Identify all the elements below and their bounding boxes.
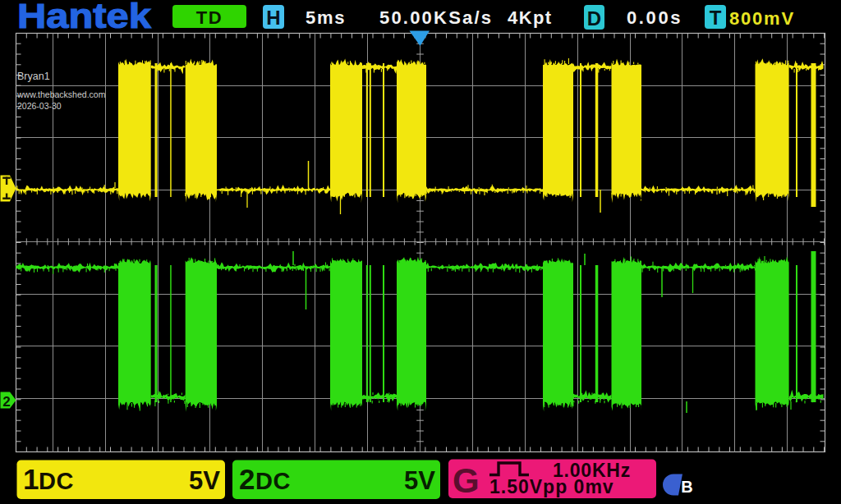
svg-text:DC: DC [39,468,74,494]
svg-text:5ms: 5ms [306,7,346,28]
svg-text:5V: 5V [404,466,435,495]
svg-text:800mV: 800mV [729,8,795,29]
svg-text:G: G [453,461,480,500]
svg-text:0.00s: 0.00s [627,7,682,28]
svg-text:1.50Vpp 0mv: 1.50Vpp 0mv [489,476,614,497]
svg-text:T: T [710,7,722,29]
svg-text:1: 1 [23,463,39,495]
svg-text:D: D [587,7,601,30]
svg-text:H: H [266,7,280,29]
svg-text:B: B [681,478,692,496]
svg-text:5V: 5V [189,466,220,495]
svg-text:50.00KSa/s: 50.00KSa/s [379,7,493,28]
svg-text:2: 2 [2,394,10,410]
svg-text:www.thebackshed.com: www.thebackshed.com [16,89,106,99]
svg-text:4Kpt: 4Kpt [508,7,553,28]
svg-text:2026-03-30: 2026-03-30 [17,101,62,111]
svg-text:2: 2 [239,463,255,495]
svg-text:Bryan1: Bryan1 [17,71,50,82]
svg-text:TD: TD [196,7,223,28]
svg-text:Hantek: Hantek [17,0,151,35]
svg-text:DC: DC [255,468,291,494]
